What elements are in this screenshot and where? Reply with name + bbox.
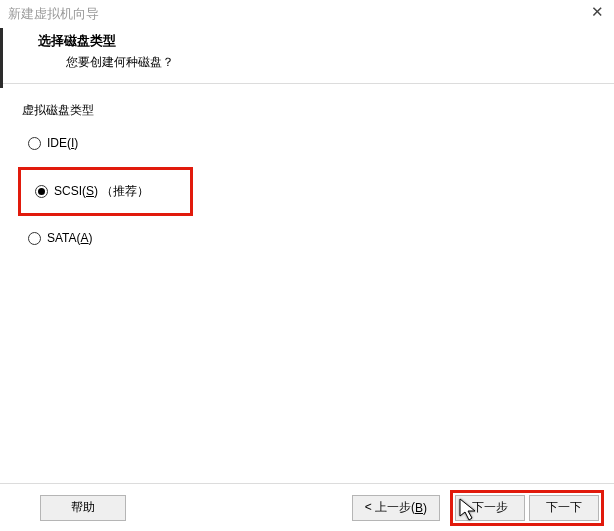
titlebar: 新建虚拟机向导 ✕: [0, 0, 614, 28]
radio-label-ide: IDE(I): [47, 136, 78, 150]
disk-type-group-label: 虚拟磁盘类型: [22, 102, 592, 119]
highlight-scsi-box: SCSI(S) （推荐）: [18, 167, 193, 216]
page-subtitle: 您要创建何种磁盘？: [66, 54, 614, 71]
wizard-footer: 帮助 < 上一步(B) 下一步 下一下: [0, 483, 614, 531]
wizard-header: 选择磁盘类型 您要创建何种磁盘？: [0, 28, 614, 84]
next-button-alt[interactable]: 下一下: [529, 495, 599, 521]
highlight-next-box: 下一步 下一下: [450, 490, 604, 526]
radio-option-scsi[interactable]: SCSI(S) （推荐）: [29, 180, 155, 203]
content-area: 虚拟磁盘类型 IDE(I) SCSI(S) （推荐） SATA(A): [0, 84, 614, 248]
help-button[interactable]: 帮助: [40, 495, 126, 521]
next-button[interactable]: 下一步: [455, 495, 525, 521]
radio-option-sata[interactable]: SATA(A): [22, 228, 99, 248]
radio-label-sata: SATA(A): [47, 231, 93, 245]
radio-dot-icon: [28, 232, 41, 245]
radio-option-ide[interactable]: IDE(I): [22, 133, 84, 153]
radio-dot-icon: [28, 137, 41, 150]
left-edge-decor: [0, 28, 3, 88]
radio-dot-icon: [35, 185, 48, 198]
close-icon[interactable]: ✕: [591, 4, 604, 19]
window-title: 新建虚拟机向导: [8, 5, 99, 23]
page-title: 选择磁盘类型: [38, 32, 614, 50]
radio-label-scsi: SCSI(S) （推荐）: [54, 183, 149, 200]
back-button[interactable]: < 上一步(B): [352, 495, 440, 521]
